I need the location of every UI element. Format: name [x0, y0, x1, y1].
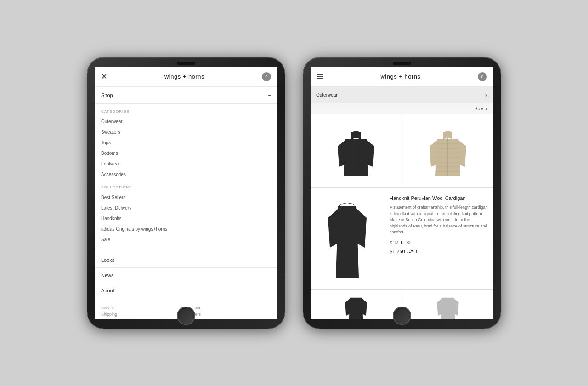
menu-item[interactable]: Accessories	[95, 169, 277, 180]
size-chevron-icon: ∨	[485, 106, 488, 111]
shipping-link[interactable]: Shipping	[101, 312, 186, 317]
contact-link[interactable]: Contact	[186, 306, 271, 310]
size-s[interactable]: S	[390, 240, 392, 245]
left-ipad: ✕ wings + horns 0 Shop − CATEGORIES Oute…	[87, 57, 285, 329]
careers-link[interactable]: Careers	[186, 312, 271, 317]
filter-bar[interactable]: Outerwear ∨	[311, 87, 493, 103]
menu-item[interactable]: Footwear	[95, 159, 277, 169]
close-icon[interactable]: ✕	[101, 72, 107, 81]
brand-title: wings + horns	[164, 73, 204, 80]
service-link[interactable]: Service	[101, 306, 186, 310]
menu-item[interactable]: Sweaters	[95, 127, 277, 137]
featured-product-image[interactable]	[311, 188, 384, 289]
returns-link[interactable]: Returns	[101, 318, 186, 319]
product-screen: Outerwear ∨ Size ∨	[311, 87, 493, 319]
menu-item[interactable]: Latest Delivery	[95, 203, 277, 213]
menu-item[interactable]: adidas Originals by wings+horns	[95, 224, 277, 234]
category-filter: Outerwear	[316, 92, 338, 97]
product-item-2[interactable]	[402, 114, 494, 187]
menu-item[interactable]: Sale	[95, 234, 277, 245]
menu-footer: Service Contact Shipping Careers Returns…	[95, 298, 277, 319]
menu-item[interactable]: Best Sellers	[95, 192, 277, 203]
shop-label: Shop	[101, 92, 113, 98]
categories-label: CATEGORIES	[95, 104, 277, 116]
chevron-down-icon[interactable]: ∨	[485, 92, 488, 97]
collections-label: COLLECTIONS	[95, 180, 277, 192]
size-xl[interactable]: XL	[407, 240, 412, 245]
size-m[interactable]: M	[395, 240, 399, 245]
news-item[interactable]: News	[95, 268, 277, 283]
bottom-product-2[interactable]	[402, 290, 494, 319]
stockists-link[interactable]: Stockists	[186, 318, 271, 319]
divider	[95, 249, 277, 249]
product-sizes: S M L XL	[390, 240, 488, 245]
left-screen: ✕ wings + horns 0 Shop − CATEGORIES Oute…	[95, 67, 277, 319]
product-price: $1,250 CAD	[390, 249, 488, 254]
right-ipad: wings + horns 0 Outerwear ∨ Size ∨	[303, 57, 501, 329]
menu-item[interactable]: Handknits	[95, 213, 277, 224]
product-description: A statement of craftsmanship, this full-…	[390, 204, 488, 236]
looks-item[interactable]: Looks	[95, 253, 277, 268]
left-header: ✕ wings + horns 0	[95, 67, 277, 87]
cart-badge[interactable]: 0	[262, 72, 271, 81]
product-detail: Handknit Peruvian Wool Cardigan A statem…	[311, 187, 493, 289]
product-image-2	[427, 121, 469, 181]
size-filter: Size ∨	[311, 103, 493, 114]
menu-container: Shop − CATEGORIES Outerwear Sweaters Top…	[95, 87, 277, 319]
product-item-1[interactable]	[311, 114, 402, 187]
brand-title: wings + horns	[380, 73, 420, 80]
collapse-icon[interactable]: −	[268, 93, 271, 98]
menu-item[interactable]: Outerwear	[95, 116, 277, 127]
size-filter-label[interactable]: Size ∨	[475, 106, 488, 111]
cart-badge[interactable]: 0	[478, 72, 487, 81]
product-info: Handknit Peruvian Wool Cardigan A statem…	[384, 188, 493, 289]
menu-item[interactable]: Bottoms	[95, 148, 277, 159]
product-grid	[311, 114, 493, 187]
menu-item[interactable]: Tops	[95, 137, 277, 148]
shop-section[interactable]: Shop −	[95, 87, 277, 104]
hamburger-icon[interactable]	[317, 74, 323, 79]
size-l[interactable]: L	[401, 240, 404, 245]
right-screen: wings + horns 0 Outerwear ∨ Size ∨	[311, 67, 493, 319]
right-header: wings + horns 0	[311, 67, 493, 87]
product-image-1	[335, 121, 377, 181]
about-item[interactable]: About	[95, 283, 277, 298]
product-name: Handknit Peruvian Wool Cardigan	[390, 195, 488, 201]
bottom-products	[311, 289, 493, 319]
bottom-product-1[interactable]	[311, 290, 402, 319]
